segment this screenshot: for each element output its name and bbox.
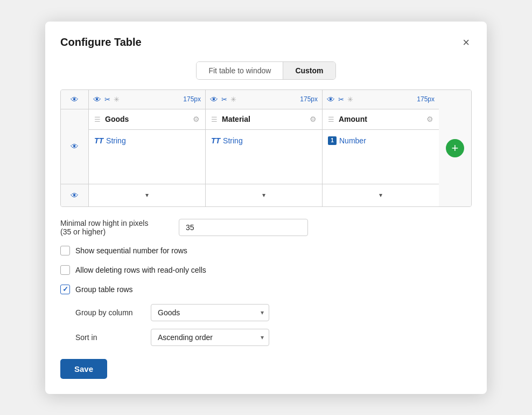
col-material-header-row: ☰ Material ⚙ bbox=[206, 109, 322, 130]
tab-group: Fit table to window Custom bbox=[196, 61, 335, 80]
dialog-footer: Save bbox=[60, 359, 472, 379]
col-amount-type: 1 Number bbox=[328, 136, 366, 145]
row-header-top: 👁 bbox=[61, 90, 88, 109]
col-amount-top-bar: 👁 ✂ ✳ 175px bbox=[323, 90, 439, 109]
checkbox-group-check: ✓ bbox=[62, 285, 68, 293]
column-amount: 👁 ✂ ✳ 175px ☰ Amount ⚙ 1 Number bbox=[323, 90, 439, 206]
row-height-row: Minimal row hight in pixels(35 or higher… bbox=[60, 219, 472, 236]
col-material-type: TT String bbox=[211, 136, 243, 145]
col-material-gear-icon[interactable]: ⚙ bbox=[310, 115, 317, 123]
col-amount-px: 175px bbox=[417, 95, 435, 103]
col-amount-drag-handle[interactable]: ☰ bbox=[328, 115, 334, 123]
table-config-area: 👁 👁 👁 👁 ✂ ✳ 175px bbox=[60, 89, 472, 207]
eye-icon-top: 👁 bbox=[71, 95, 79, 104]
col-material-pin-icon: ✂ bbox=[221, 95, 227, 103]
checkbox-delete-label: Allow deleting rows with read-only cells bbox=[75, 266, 206, 274]
col-amount-eye-icon: 👁 bbox=[327, 95, 335, 104]
eye-icon-mid: 👁 bbox=[71, 142, 79, 151]
col-goods-drag-handle[interactable]: ☰ bbox=[94, 115, 101, 123]
col-goods-top-bar: 👁 ✂ ✳ 175px bbox=[89, 90, 205, 109]
col-goods-footer: ▾ bbox=[89, 184, 205, 206]
columns-area: 👁 ✂ ✳ 175px ☰ Goods ⚙ TT String bbox=[89, 90, 439, 206]
close-button[interactable]: × bbox=[460, 34, 472, 51]
sort-label: Sort in bbox=[75, 333, 140, 342]
col-material-footer: ▾ bbox=[206, 184, 322, 206]
string-type-icon: TT bbox=[94, 136, 103, 145]
group-subsection: Group by column Goods Material Amount ▾ … bbox=[75, 304, 472, 346]
add-column-area: + bbox=[439, 90, 471, 206]
checkbox-sequential[interactable] bbox=[60, 246, 70, 255]
settings-section: Minimal row hight in pixels(35 or higher… bbox=[60, 219, 472, 346]
col-amount-pin-icon: ✂ bbox=[338, 95, 344, 103]
row-height-label: Minimal row hight in pixels(35 or higher… bbox=[60, 219, 168, 236]
tab-fit[interactable]: Fit table to window bbox=[197, 62, 283, 79]
checkbox-group-label: Group table rows bbox=[75, 285, 133, 294]
col-material-icons: 👁 ✂ ✳ bbox=[210, 95, 236, 104]
column-material: 👁 ✂ ✳ 175px ☰ Material ⚙ TT String bbox=[206, 90, 323, 206]
col-amount-gear-icon[interactable]: ⚙ bbox=[426, 115, 433, 123]
col-amount-icons: 👁 ✂ ✳ bbox=[327, 95, 353, 104]
column-goods: 👁 ✂ ✳ 175px ☰ Goods ⚙ TT String bbox=[89, 90, 206, 206]
col-material-top-bar: 👁 ✂ ✳ 175px bbox=[206, 90, 322, 109]
col-goods-type: TT String bbox=[94, 136, 126, 145]
col-goods-eye-icon: 👁 bbox=[93, 95, 101, 104]
group-by-select[interactable]: Goods Material Amount bbox=[151, 304, 269, 321]
col-goods-type-label: String bbox=[106, 136, 126, 145]
col-goods-icons: 👁 ✂ ✳ bbox=[93, 95, 120, 104]
col-material-name: Material bbox=[222, 115, 305, 123]
sort-select[interactable]: Ascending order Descending order bbox=[151, 329, 269, 346]
string-type-icon-2: TT bbox=[211, 136, 220, 145]
col-goods-body: TT String bbox=[89, 130, 205, 184]
checkbox-delete-row: Allow deleting rows with read-only cells bbox=[60, 265, 472, 275]
group-by-label: Group by column bbox=[75, 308, 140, 317]
col-amount-chevron[interactable]: ▾ bbox=[379, 191, 382, 199]
col-goods-chevron[interactable]: ▾ bbox=[145, 191, 149, 199]
group-by-select-wrap: Goods Material Amount ▾ bbox=[151, 304, 269, 321]
sort-select-wrap: Ascending order Descending order ▾ bbox=[151, 329, 269, 346]
number-type-icon: 1 bbox=[328, 136, 337, 145]
configure-table-dialog: Configure Table × Fit table to window Cu… bbox=[45, 22, 487, 394]
col-goods-header-row: ☰ Goods ⚙ bbox=[89, 109, 205, 130]
col-goods-name: Goods bbox=[105, 115, 188, 123]
checkbox-delete[interactable] bbox=[60, 265, 70, 275]
save-button[interactable]: Save bbox=[60, 359, 107, 379]
row-header-mid: 👁 bbox=[71, 109, 79, 184]
col-amount-footer: ▾ bbox=[323, 184, 439, 206]
col-goods-px: 175px bbox=[183, 95, 201, 103]
row-header-column: 👁 👁 👁 bbox=[61, 90, 89, 206]
col-amount-type-label: Number bbox=[339, 136, 366, 145]
col-amount-name: Amount bbox=[339, 115, 422, 123]
col-amount-header-row: ☰ Amount ⚙ bbox=[323, 109, 439, 130]
tab-custom[interactable]: Custom bbox=[283, 62, 335, 79]
col-material-star-icon: ✳ bbox=[230, 95, 236, 103]
row-header-bot: 👁 bbox=[61, 184, 88, 206]
add-column-button[interactable]: + bbox=[446, 139, 464, 157]
col-amount-star-icon: ✳ bbox=[347, 95, 353, 103]
tab-bar: Fit table to window Custom bbox=[60, 61, 472, 80]
col-goods-pin-icon: ✂ bbox=[104, 95, 110, 103]
col-material-eye-icon: 👁 bbox=[210, 95, 218, 104]
checkbox-sequential-row: Show sequential number for rows bbox=[60, 246, 472, 255]
eye-icon-bot: 👁 bbox=[71, 191, 79, 200]
dialog-header: Configure Table × bbox=[60, 34, 472, 51]
col-material-chevron[interactable]: ▾ bbox=[262, 191, 265, 199]
col-amount-body: 1 Number bbox=[323, 130, 439, 184]
sort-row: Sort in Ascending order Descending order… bbox=[75, 329, 472, 346]
col-material-type-label: String bbox=[223, 136, 243, 145]
col-goods-star-icon: ✳ bbox=[114, 95, 120, 103]
checkbox-group-row: ✓ Group table rows bbox=[60, 285, 472, 294]
group-by-row: Group by column Goods Material Amount ▾ bbox=[75, 304, 472, 321]
col-material-drag-handle[interactable]: ☰ bbox=[211, 115, 218, 123]
row-height-input[interactable] bbox=[179, 219, 308, 236]
checkbox-group[interactable]: ✓ bbox=[60, 285, 70, 294]
col-material-px: 175px bbox=[300, 95, 318, 103]
col-material-body: TT String bbox=[206, 130, 322, 184]
checkbox-sequential-label: Show sequential number for rows bbox=[75, 246, 187, 255]
dialog-title: Configure Table bbox=[60, 36, 142, 49]
col-goods-gear-icon[interactable]: ⚙ bbox=[193, 115, 200, 123]
